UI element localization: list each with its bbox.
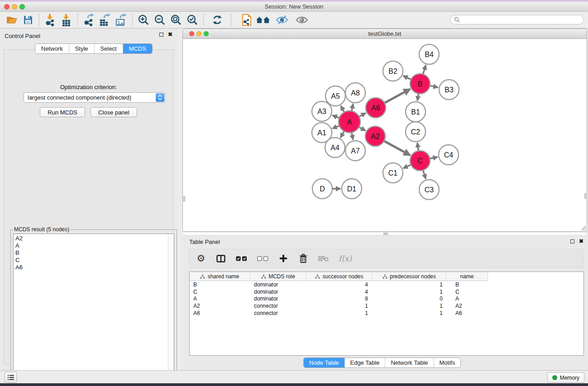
mcds-result-scrollbar[interactable] xyxy=(168,234,174,380)
horizontal-splitter[interactable] xyxy=(182,232,587,235)
graph-edge-A-A8[interactable] xyxy=(352,104,353,111)
cell-predecessor_nodes[interactable]: 1 xyxy=(373,289,446,295)
mcds-result-item[interactable]: A6 xyxy=(15,264,168,271)
cell-predecessor_nodes[interactable]: 0 xyxy=(373,295,446,302)
cell-shared_name[interactable]: A6 xyxy=(190,310,250,316)
cell-name[interactable]: B xyxy=(446,281,488,288)
search-input[interactable] xyxy=(450,15,584,24)
network-canvas[interactable]: AA1A2A3A4A5A6A7A8BB1B2B3B4CC1C2C3C4DD1 xyxy=(183,39,587,231)
graph-edge-A-A2[interactable] xyxy=(359,127,365,131)
select-all-rows-button[interactable] xyxy=(236,253,247,264)
zoom-selected-button[interactable] xyxy=(184,13,201,27)
cell-predecessor_nodes[interactable]: 1 xyxy=(373,281,446,288)
graph-edge-B-B1[interactable] xyxy=(417,94,419,101)
cell-mcds_role[interactable]: connector xyxy=(250,303,306,309)
graph-edge-C-C1[interactable] xyxy=(403,165,411,168)
open-session-button[interactable] xyxy=(4,13,20,27)
show-column-button[interactable] xyxy=(216,253,226,264)
export-table-button[interactable] xyxy=(97,13,113,27)
canvas-left-handle[interactable] xyxy=(182,196,185,201)
criterion-dropdown[interactable]: largest connected component (directed) xyxy=(24,92,165,103)
graph-edge-A-A6[interactable] xyxy=(359,113,366,117)
graph-edge-C-C4[interactable] xyxy=(430,157,438,159)
table-row-A2[interactable]: A2connector11A2 xyxy=(190,302,583,310)
graph-edge-A-A7[interactable] xyxy=(352,133,353,140)
table-tab-motifs[interactable]: Motifs xyxy=(434,358,461,367)
mcds-result-item[interactable]: C xyxy=(15,257,168,264)
table-row-A6[interactable]: A6connector11A6 xyxy=(190,310,583,317)
cell-successor_nodes[interactable]: 4 xyxy=(306,289,373,295)
table-tab-edge-table[interactable]: Edge Table xyxy=(344,358,385,367)
deselect-all-rows-button[interactable] xyxy=(257,253,268,264)
delete-column-button[interactable] xyxy=(298,253,308,264)
delete-table-button[interactable] xyxy=(318,253,329,264)
cell-shared_name[interactable]: B xyxy=(190,281,250,288)
column-header-successor_nodes[interactable]: successor nodes xyxy=(306,272,373,281)
cell-successor_nodes[interactable]: 4 xyxy=(306,281,373,288)
graph-edge-A-A1[interactable] xyxy=(332,126,339,129)
home-button[interactable] xyxy=(255,13,271,27)
mcds-result-item[interactable]: B xyxy=(15,249,168,257)
cell-shared_name[interactable]: A2 xyxy=(190,303,250,309)
graph-edge-A6-B[interactable] xyxy=(384,89,410,103)
column-header-mcds_role[interactable]: MCDS role xyxy=(250,272,306,281)
network-from-file-button[interactable] xyxy=(239,13,255,27)
memory-button[interactable]: Memory xyxy=(547,372,584,383)
graph-edge-C-C2[interactable] xyxy=(417,143,419,151)
canvas-right-handle[interactable] xyxy=(584,193,587,199)
cell-predecessor_nodes[interactable]: 1 xyxy=(373,303,446,309)
show-graphics-details-button[interactable] xyxy=(294,13,310,27)
table-row-A[interactable]: Adominator80A xyxy=(190,295,583,302)
run-mcds-button[interactable]: Run MCDS xyxy=(40,107,85,117)
tab-style[interactable]: Style xyxy=(69,44,94,53)
float-table-panel-icon[interactable] xyxy=(570,239,574,243)
graph-edge-B-B4[interactable] xyxy=(423,65,425,74)
tab-mcds[interactable]: MCDS xyxy=(123,44,152,53)
cell-mcds_role[interactable]: connector xyxy=(250,310,306,316)
hide-graphics-details-button[interactable] xyxy=(274,13,290,27)
zoom-in-button[interactable] xyxy=(135,13,152,27)
refresh-network-button[interactable] xyxy=(209,13,225,27)
cell-successor_nodes[interactable]: 1 xyxy=(306,310,373,316)
tab-network[interactable]: Network xyxy=(35,44,69,53)
mcds-result-item[interactable]: A2 xyxy=(15,235,168,242)
table-tab-network-table[interactable]: Network Table xyxy=(385,358,433,367)
close-panel-button[interactable]: Close panel xyxy=(91,107,137,117)
graph-edge-A2-C[interactable] xyxy=(384,141,410,155)
graph-edge-B-B2[interactable] xyxy=(403,76,411,80)
column-header-predecessor_nodes[interactable]: predecessor nodes xyxy=(373,272,446,281)
cell-name[interactable]: A xyxy=(446,295,488,302)
close-table-panel-icon[interactable]: ✖ xyxy=(579,239,583,243)
table-row-B[interactable]: Bdominator41B xyxy=(190,281,583,288)
cell-mcds_role[interactable]: dominator xyxy=(250,281,306,288)
float-panel-icon[interactable] xyxy=(159,33,163,37)
cell-shared_name[interactable]: C xyxy=(190,289,250,295)
graph-edge-C-C3[interactable] xyxy=(423,170,426,179)
cell-successor_nodes[interactable]: 8 xyxy=(306,295,373,302)
graph-edge-A-A3[interactable] xyxy=(332,115,339,118)
export-image-button[interactable] xyxy=(113,13,129,27)
column-header-shared_name[interactable]: shared name xyxy=(190,272,250,281)
cell-predecessor_nodes[interactable]: 1 xyxy=(373,310,446,316)
cell-name[interactable]: A6 xyxy=(446,310,488,316)
cell-name[interactable]: A2 xyxy=(446,303,488,309)
network-titlebar[interactable]: testGlobe.txt xyxy=(183,29,587,39)
zoom-fit-button[interactable] xyxy=(168,13,184,27)
add-column-button[interactable] xyxy=(278,253,288,264)
task-history-button[interactable] xyxy=(5,372,17,383)
save-session-button[interactable] xyxy=(20,13,36,27)
graph-edge-A-A5[interactable] xyxy=(341,106,344,112)
cell-mcds_role[interactable]: dominator xyxy=(250,289,306,295)
close-panel-icon[interactable]: ✖ xyxy=(168,32,172,37)
table-options-button[interactable]: ⚙ xyxy=(196,253,206,264)
column-header-name[interactable]: name xyxy=(446,272,488,281)
graph-edge-A-A4[interactable] xyxy=(340,131,344,138)
mcds-result-item[interactable]: A xyxy=(15,242,168,249)
cell-mcds_role[interactable]: dominator xyxy=(250,295,306,302)
tab-select[interactable]: Select xyxy=(94,44,123,53)
table-row-C[interactable]: Cdominator41C xyxy=(190,288,583,295)
mcds-result-list[interactable]: A2ABCA6 xyxy=(13,234,174,381)
cell-shared_name[interactable]: A xyxy=(190,295,250,302)
resize-grip-icon[interactable] xyxy=(580,224,586,231)
import-network-button[interactable] xyxy=(42,13,58,27)
